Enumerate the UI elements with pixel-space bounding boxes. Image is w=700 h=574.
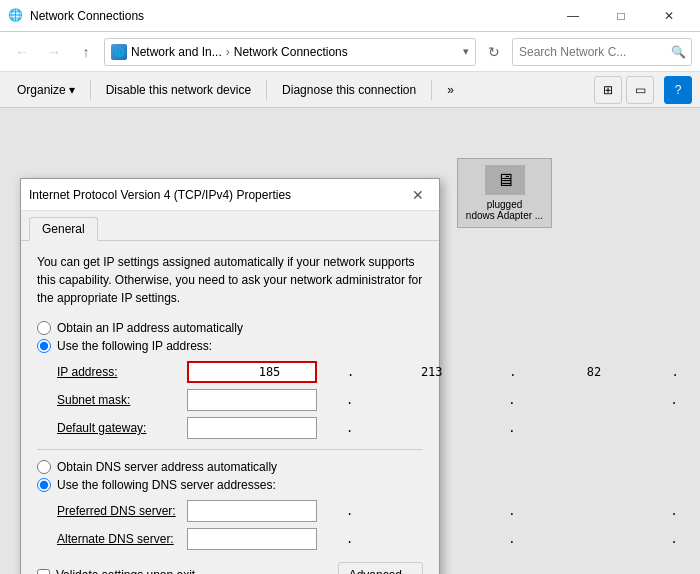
- dialog-close-button[interactable]: ✕: [405, 183, 431, 207]
- subnet-mask-input[interactable]: . . .: [187, 389, 317, 411]
- auto-ip-radio[interactable]: [37, 321, 51, 335]
- gateway-row: Default gateway: . .: [57, 417, 423, 439]
- gateway-seg-2[interactable]: [354, 421, 507, 435]
- organize-button[interactable]: Organize ▾: [8, 77, 84, 103]
- subnet-seg-1[interactable]: [192, 393, 345, 407]
- organize-label: Organize: [17, 83, 66, 97]
- ip-address-input[interactable]: . . .: [187, 361, 317, 383]
- diagnose-label: Diagnose this connection: [282, 83, 416, 97]
- alternate-dns-row: Alternate DNS server: . . .: [57, 528, 423, 550]
- refresh-button[interactable]: ↻: [480, 38, 508, 66]
- validate-label: Validate settings upon exit: [56, 568, 195, 574]
- manual-dns-radio[interactable]: [37, 478, 51, 492]
- search-input[interactable]: [512, 38, 692, 66]
- manual-ip-label: Use the following IP address:: [57, 339, 212, 353]
- tab-general[interactable]: General: [29, 217, 98, 241]
- maximize-button[interactable]: □: [598, 0, 644, 32]
- subnet-label: Subnet mask:: [57, 393, 187, 407]
- auto-dns-label: Obtain DNS server address automatically: [57, 460, 277, 474]
- auto-ip-option[interactable]: Obtain an IP address automatically: [37, 321, 423, 335]
- alt-dns-seg-4[interactable]: [679, 532, 700, 546]
- dialog-title-bar: Internet Protocol Version 4 (TCP/IPv4) P…: [21, 179, 439, 211]
- breadcrumb-icon: 🌐: [111, 44, 127, 60]
- search-icon: 🔍: [671, 45, 686, 59]
- ip-seg-4[interactable]: [680, 365, 700, 379]
- toolbar-separator-3: [431, 80, 432, 100]
- subnet-dot-3: .: [669, 393, 678, 407]
- subnet-mask-row: Subnet mask: . . .: [57, 389, 423, 411]
- content-area: 🖥 plugged ndows Adapter ... Internet Pro…: [0, 108, 700, 574]
- preferred-dns-input[interactable]: . . .: [187, 500, 317, 522]
- manual-dns-label: Use the following DNS server addresses:: [57, 478, 276, 492]
- ip-seg-3[interactable]: [517, 365, 670, 379]
- disable-label: Disable this network device: [106, 83, 251, 97]
- dns-radio-group: Obtain DNS server address automatically …: [37, 460, 423, 492]
- ip-label: IP address:: [57, 365, 187, 379]
- validate-checkbox[interactable]: [37, 569, 50, 575]
- pref-dns-seg-1[interactable]: [192, 504, 345, 518]
- ip-dot-1: .: [346, 365, 355, 379]
- advanced-button[interactable]: Advanced...: [338, 562, 423, 574]
- breadcrumb-part1: Network and In...: [131, 45, 222, 59]
- ip-seg-2[interactable]: [355, 365, 508, 379]
- help-button[interactable]: ?: [664, 76, 692, 104]
- tcp-ipv4-dialog: Internet Protocol Version 4 (TCP/IPv4) P…: [20, 178, 440, 574]
- preferred-dns-label: Preferred DNS server:: [57, 504, 187, 518]
- preferred-dns-row: Preferred DNS server: . . .: [57, 500, 423, 522]
- content-background: 🖥 plugged ndows Adapter ... Internet Pro…: [0, 108, 700, 574]
- ip-seg-1[interactable]: [193, 365, 346, 379]
- alt-dns-seg-2[interactable]: [354, 532, 507, 546]
- breadcrumb[interactable]: 🌐 Network and In... › Network Connection…: [104, 38, 476, 66]
- alternate-dns-input[interactable]: . . .: [187, 528, 317, 550]
- ip-dot-2: .: [508, 365, 517, 379]
- auto-ip-label: Obtain an IP address automatically: [57, 321, 243, 335]
- back-button[interactable]: ←: [8, 38, 36, 66]
- more-label: »: [447, 83, 454, 97]
- close-button[interactable]: ✕: [646, 0, 692, 32]
- pref-dns-seg-3[interactable]: [516, 504, 669, 518]
- window-controls: — □ ✕: [550, 0, 692, 32]
- ip-form-section: IP address: . . .: [57, 361, 423, 439]
- subnet-seg-4[interactable]: [679, 393, 700, 407]
- manual-ip-radio[interactable]: [37, 339, 51, 353]
- diagnose-button[interactable]: Diagnose this connection: [273, 77, 425, 103]
- subnet-dot-1: .: [345, 393, 354, 407]
- validate-option[interactable]: Validate settings upon exit: [37, 568, 195, 574]
- breadcrumb-part2: Network Connections: [234, 45, 348, 59]
- gateway-seg-1[interactable]: [192, 421, 345, 435]
- gateway-label: Default gateway:: [57, 421, 187, 435]
- manual-ip-option[interactable]: Use the following IP address:: [37, 339, 423, 353]
- pref-dns-seg-2[interactable]: [354, 504, 507, 518]
- more-button[interactable]: »: [438, 77, 463, 103]
- view-grid-button[interactable]: ⊞: [594, 76, 622, 104]
- minimize-button[interactable]: —: [550, 0, 596, 32]
- toolbar: Organize ▾ Disable this network device D…: [0, 72, 700, 108]
- alt-dns-seg-1[interactable]: [192, 532, 345, 546]
- subnet-seg-3[interactable]: [516, 393, 669, 407]
- dialog-content: You can get IP settings assigned automat…: [21, 241, 439, 574]
- view-pane-button[interactable]: ▭: [626, 76, 654, 104]
- window-title: Network Connections: [30, 9, 550, 23]
- auto-dns-option[interactable]: Obtain DNS server address automatically: [37, 460, 423, 474]
- search-wrapper: 🔍: [512, 38, 692, 66]
- gateway-seg-3[interactable]: [516, 421, 669, 435]
- dialog-tabs: General: [21, 211, 439, 241]
- alternate-dns-label: Alternate DNS server:: [57, 532, 187, 546]
- alt-dns-seg-3[interactable]: [516, 532, 669, 546]
- gateway-input[interactable]: . .: [187, 417, 317, 439]
- forward-button[interactable]: →: [40, 38, 68, 66]
- auto-dns-radio[interactable]: [37, 460, 51, 474]
- toolbar-separator-1: [90, 80, 91, 100]
- manual-dns-option[interactable]: Use the following DNS server addresses:: [37, 478, 423, 492]
- gateway-dot-1: .: [345, 421, 354, 435]
- organize-chevron: ▾: [69, 83, 75, 97]
- disable-network-button[interactable]: Disable this network device: [97, 77, 260, 103]
- breadcrumb-separator: ›: [226, 45, 230, 59]
- address-bar: ← → ↑ 🌐 Network and In... › Network Conn…: [0, 32, 700, 72]
- title-bar: 🌐 Network Connections — □ ✕: [0, 0, 700, 32]
- subnet-seg-2[interactable]: [354, 393, 507, 407]
- up-button[interactable]: ↑: [72, 38, 100, 66]
- window-icon: 🌐: [8, 8, 24, 24]
- modal-overlay: Internet Protocol Version 4 (TCP/IPv4) P…: [0, 108, 700, 574]
- pref-dns-seg-4[interactable]: [679, 504, 700, 518]
